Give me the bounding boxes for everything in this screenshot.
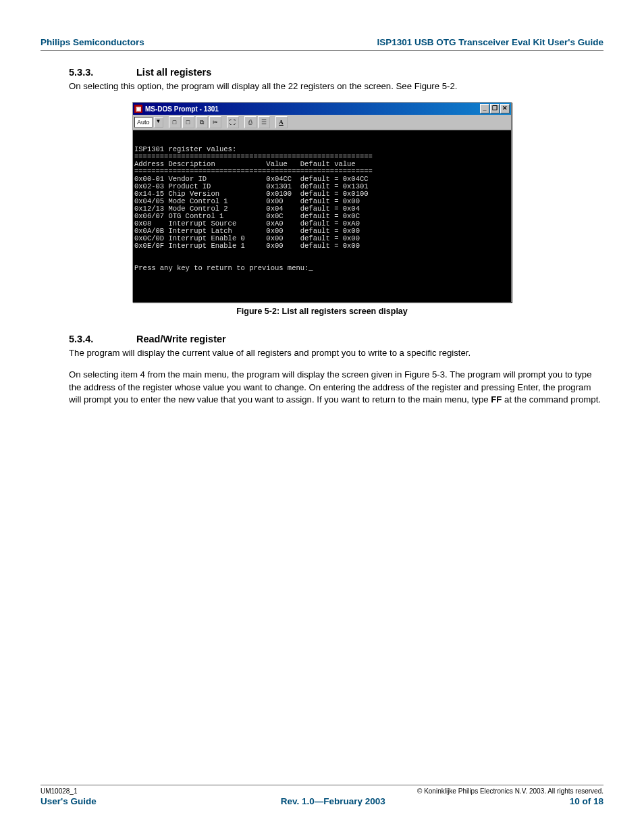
page-footer: User's Guide Rev. 1.0—February 2003 10 o…: [41, 796, 603, 806]
copyright: © Koninklijke Philips Electronics N.V. 2…: [417, 787, 603, 795]
section-heading-534: 5.3.4. Read/Write register: [69, 334, 603, 344]
para-text: at the command prompt.: [502, 394, 601, 405]
chevron-down-icon[interactable]: ▼: [154, 117, 163, 128]
footnote-line: UM10028_1 © Koninklijke Philips Electron…: [41, 785, 603, 795]
terminal-output: ISP1301 register values: ===============…: [133, 130, 511, 301]
section-title: List all registers: [136, 67, 211, 78]
properties-icon[interactable]: ⎙: [244, 116, 257, 128]
section-title: Read/Write register: [136, 334, 226, 344]
toolbar-icon[interactable]: ⧉: [196, 116, 208, 128]
dos-window: ▣ MS-DOS Prompt - 1301 _ ❐ ✕ Auto ▼ □ □ …: [132, 102, 512, 302]
toolbar-icon[interactable]: □: [182, 116, 194, 128]
close-icon[interactable]: ✕: [500, 104, 510, 113]
section-heading-533: 5.3.3. List all registers: [69, 67, 603, 78]
footer-right: 10 of 18: [570, 796, 603, 806]
footer-center: Rev. 1.0—February 2003: [281, 796, 385, 806]
dos-title: MS-DOS Prompt - 1301: [145, 105, 219, 113]
header-right: ISP1301 USB OTG Transceiver Eval Kit Use…: [377, 37, 603, 47]
minimize-icon[interactable]: _: [480, 104, 489, 113]
header-left: Philips Semiconductors: [41, 37, 144, 47]
figure-caption: Figure 5-2: List all registers screen di…: [41, 307, 603, 316]
fullscreen-icon[interactable]: ⛶: [227, 116, 239, 128]
section-533-para: On selecting this option, the program wi…: [69, 80, 603, 93]
font-size-combo[interactable]: Auto: [134, 117, 153, 128]
ff-command: FF: [491, 394, 502, 405]
copy-icon[interactable]: ✂: [209, 116, 221, 128]
toolbar-icon[interactable]: □: [169, 116, 181, 128]
section-number: 5.3.4.: [69, 334, 136, 344]
section-534-para1: The program will display the current val…: [69, 347, 603, 359]
dos-toolbar: Auto ▼ □ □ ⧉ ✂ ⛶ ⎙ ☰ A: [133, 115, 511, 130]
footer-left: User's Guide: [41, 796, 97, 806]
dos-app-icon: ▣: [134, 105, 142, 113]
background-icon[interactable]: ☰: [258, 116, 270, 128]
page-header: Philips Semiconductors ISP1301 USB OTG T…: [41, 37, 603, 51]
maximize-icon[interactable]: ❐: [490, 104, 500, 113]
dos-titlebar: ▣ MS-DOS Prompt - 1301 _ ❐ ✕: [133, 103, 511, 115]
section-number: 5.3.3.: [69, 67, 136, 78]
section-534-para2: On selecting item 4 from the main menu, …: [69, 369, 603, 406]
font-icon[interactable]: A: [275, 116, 288, 128]
doc-id: UM10028_1: [41, 787, 77, 795]
